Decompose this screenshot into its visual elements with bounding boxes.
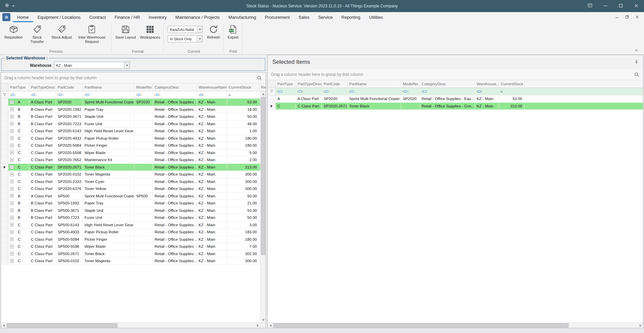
cell-currentstock[interactable]: 300.00 [227,185,259,193]
table-row[interactable]: +BB Class PartSP2020-7223Fuser UnitRetai… [1,121,266,128]
cell-warehousename[interactable]: KZ - Main [197,128,227,135]
cell-parttype[interactable]: +C [8,243,29,250]
cell-parttypedesc[interactable]: A Class Part [29,193,56,200]
table-row[interactable]: +CC Class PartSP500-5084Picker FingerRet… [1,236,266,243]
layout-button[interactable] [582,0,598,12]
cell-parttype[interactable]: +C [8,128,29,135]
cell-partname[interactable]: Sprint Multi Functional Copier [83,99,135,106]
cell-currentstock[interactable]: 48.00 [227,121,259,128]
column-header-res[interactable]: Res [259,84,266,91]
cell-partname[interactable]: Picker Finger [83,236,135,243]
column-header-modelno[interactable]: ModelNo [135,84,153,91]
column-header-categorydesc[interactable]: CategoryDesc [153,84,197,91]
expand-button[interactable]: + [10,136,14,140]
cell-parttypedesc[interactable]: C Class Part [29,250,56,258]
cell-partcode[interactable]: SP2020-6376 [56,185,83,193]
cell-partname[interactable]: Paper Tray [83,200,135,207]
cell-currentstock[interactable]: 180.00 [227,142,259,149]
cell-warehousename[interactable]: KZ - Main [197,121,227,128]
cell-parttype[interactable]: +B [8,200,29,207]
cell-parttype[interactable]: +C [8,250,29,258]
table-row[interactable]: +CC Class PartSP2020-0102Toner MagentaRe… [1,171,266,178]
stock-transfer-button[interactable]: Stock Transfer [24,23,49,45]
cell-partname[interactable]: Paper Pickup Roller [83,135,135,142]
cell-warehousename[interactable]: KZ - Main [197,106,227,113]
cell-categorydesc[interactable]: Retail - Office Supplies ... [153,106,197,113]
cell-warehousename[interactable]: KZ - Main [197,178,227,186]
expand-button[interactable]: + [10,194,14,198]
app-icon[interactable] [2,13,10,21]
cell-parttypedesc[interactable]: A Class Part [296,95,322,103]
stock-adjust-button[interactable]: Stock Adjust [49,23,74,40]
filter-cell-currentstock[interactable]: = [227,91,259,99]
requisition-button[interactable]: Requisition [2,23,24,40]
cell-parttype[interactable]: C [276,103,296,110]
cell-partname[interactable]: High Yield Reset Lever Gear [83,222,135,229]
cell-parttype[interactable]: +C [8,156,29,164]
horizontal-scroll-thumb[interactable] [273,323,569,328]
expand-button[interactable]: + [10,151,14,154]
cell-modelno[interactable]: SP500 [135,193,153,200]
cell-warehousename[interactable]: KZ - Main [197,236,227,243]
expand-button[interactable]: + [10,208,14,212]
cell-currentstock[interactable]: 7.00 [227,243,259,250]
cell-parttype[interactable]: +B [8,113,29,121]
cell-parttype[interactable]: +B [8,121,29,128]
expand-button[interactable]: + [10,259,14,263]
expand-button[interactable]: + [10,180,14,183]
cell-partname[interactable]: Staple Unit [83,113,135,121]
cell-parttypedesc[interactable]: C Class Part [29,243,56,250]
cell-partcode[interactable]: SP2020-0102 [56,171,83,178]
cell-categorydesc[interactable]: Retail - Office Supplies ... [153,214,197,222]
cell-partname[interactable]: Toner Black [83,164,135,171]
column-header-currentstock[interactable]: CurrentStock [499,80,525,88]
cell-modelno[interactable] [135,250,153,258]
cell-currentstock[interactable]: 21.00 [227,200,259,207]
cell-parttype[interactable]: +B [8,207,29,215]
cell-warehousename[interactable]: KZ - Main [197,200,227,207]
cell-warehousename[interactable]: KZ - Main [197,229,227,236]
cell-parttype[interactable]: A [276,95,296,103]
cell-modelno[interactable]: SP2020 [401,95,420,103]
filter-cell-partcode[interactable]: ac [322,88,347,95]
filter-cell-currentstock[interactable]: = [499,88,525,95]
table-row[interactable]: +CC Class PartSP500-5598Wiper BladeRetai… [1,243,266,250]
cell-warehouse[interactable]: KZ - Main [475,103,499,110]
cell-warehousename[interactable]: KZ - Main [197,164,227,171]
cell-warehousename[interactable]: KZ - Main [197,135,227,142]
tab-contract[interactable]: Contract [85,12,110,22]
filter-cell-parttypedesc[interactable]: ac [29,91,56,99]
search-icon[interactable] [257,75,262,82]
table-row[interactable]: +CC Class PartSP500-6143High Yield Reset… [1,222,266,229]
scroll-right-button[interactable] [255,323,260,328]
table-row[interactable]: +BB Class PartSP2020-3671Staple UnitReta… [1,113,266,121]
table-row[interactable]: +BB Class PartSP500-7223Fuser UnitRetail… [1,214,266,222]
child-minimize-button[interactable] [612,13,622,21]
table-row[interactable]: +BB Class PartSP500-3671Staple UnitRetai… [1,207,266,215]
dropdown-button[interactable] [197,36,202,42]
cell-currentstock[interactable]: 300.00 [227,171,259,178]
column-header-parttypedesc[interactable]: PartTypeDesc [296,80,322,88]
cell-partcode[interactable]: SP2020 [56,99,83,106]
column-header-parttype[interactable]: PartType [8,84,29,91]
group-by-panel[interactable]: Drag a column header here to group by th… [268,69,643,80]
cell-partname[interactable]: Paper Tray [83,106,135,113]
cell-categorydesc[interactable]: Retail - Office Supplies ... [153,171,197,178]
system-menu[interactable] [4,3,15,9]
cell-partcode[interactable]: SP500-1992 [56,200,83,207]
cell-categorydesc[interactable]: Retail - Office Supplies ... [153,185,197,193]
cell-currentstock[interactable]: 302.00 [227,250,259,258]
cell-currentstock[interactable]: 313.00 [227,164,259,171]
filter-cell-warehouse[interactable]: ac [475,88,499,95]
cell-parttype[interactable]: +A [8,193,29,200]
cell-categorydesc[interactable]: Retail - Office Supplies - Con... [420,103,475,110]
cell-partname[interactable]: Toner Yellow [83,185,135,193]
horizontal-scroll-thumb[interactable] [7,323,117,328]
filter-cell-parttypedesc[interactable]: ac [296,88,322,95]
dropdown-button[interactable] [124,62,129,68]
child-restore-button[interactable] [622,13,632,21]
tab-procurement[interactable]: Procurement [260,12,294,22]
cell-currentstock[interactable]: 53.00 [499,95,525,103]
cell-modelno[interactable] [135,135,153,142]
cell-warehouse[interactable]: KZ - Main [475,95,499,103]
